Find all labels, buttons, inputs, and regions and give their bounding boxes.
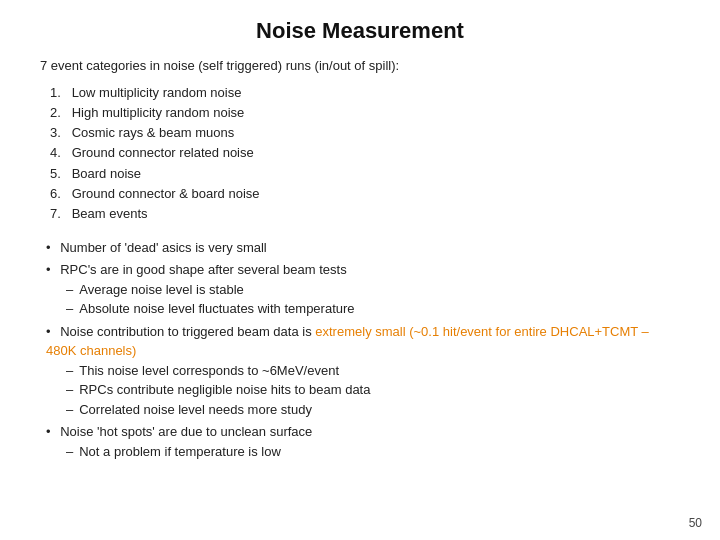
list-text: Ground connector related noise — [72, 145, 254, 160]
list-text: High multiplicity random noise — [72, 105, 245, 120]
bullet-item-4: Noise 'hot spots' are due to unclean sur… — [44, 422, 680, 461]
sub-list: Not a problem if temperature is low — [66, 442, 680, 462]
sub-item: RPCs contribute negligible noise hits to… — [66, 380, 680, 400]
sub-item: Correlated noise level needs more study — [66, 400, 680, 420]
bullet-list: Number of 'dead' asics is very small RPC… — [44, 238, 680, 462]
slide-title: Noise Measurement — [40, 18, 680, 44]
subtitle: 7 event categories in noise (self trigge… — [40, 58, 680, 73]
list-item: 2. High multiplicity random noise — [50, 103, 680, 123]
list-num: 1. — [50, 83, 68, 103]
bullet-text: RPC's are in good shape after several be… — [60, 262, 346, 277]
sub-item: This noise level corresponds to ~6MeV/ev… — [66, 361, 680, 381]
list-item: 3. Cosmic rays & beam muons — [50, 123, 680, 143]
sub-list: Average noise level is stable Absolute n… — [66, 280, 680, 319]
sub-item: Absolute noise level fluctuates with tem… — [66, 299, 680, 319]
list-num: 6. — [50, 184, 68, 204]
list-text: Low multiplicity random noise — [72, 85, 242, 100]
list-item: 4. Ground connector related noise — [50, 143, 680, 163]
page-number: 50 — [689, 516, 702, 530]
list-text: Beam events — [72, 206, 148, 221]
numbered-list: 1. Low multiplicity random noise 2. High… — [50, 83, 680, 224]
bullet-item-1: Number of 'dead' asics is very small — [44, 238, 680, 258]
list-text: Ground connector & board noise — [72, 186, 260, 201]
list-num: 7. — [50, 204, 68, 224]
list-num: 4. — [50, 143, 68, 163]
sub-item: Not a problem if temperature is low — [66, 442, 680, 462]
list-num: 2. — [50, 103, 68, 123]
bullet-item-2: RPC's are in good shape after several be… — [44, 260, 680, 319]
list-num: 3. — [50, 123, 68, 143]
list-text: Cosmic rays & beam muons — [72, 125, 235, 140]
slide-container: Noise Measurement 7 event categories in … — [0, 0, 720, 540]
list-item: 1. Low multiplicity random noise — [50, 83, 680, 103]
sub-list: This noise level corresponds to ~6MeV/ev… — [66, 361, 680, 420]
list-item: 6. Ground connector & board noise — [50, 184, 680, 204]
list-num: 5. — [50, 164, 68, 184]
list-item: 7. Beam events — [50, 204, 680, 224]
bullet-text: Noise 'hot spots' are due to unclean sur… — [60, 424, 312, 439]
list-text: Board noise — [72, 166, 141, 181]
bullet-text: Number of 'dead' asics is very small — [60, 240, 267, 255]
sub-item: Average noise level is stable — [66, 280, 680, 300]
list-item: 5. Board noise — [50, 164, 680, 184]
bullet-item-3: Noise contribution to triggered beam dat… — [44, 322, 680, 420]
bullet-text-plain: Noise contribution to triggered beam dat… — [60, 324, 315, 339]
